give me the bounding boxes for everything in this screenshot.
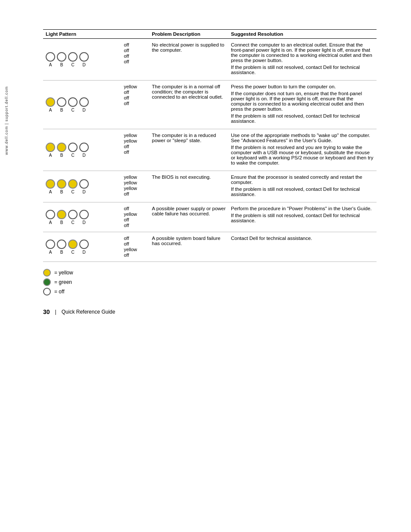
resolution-text: If the problem is still not resolved, co… <box>231 113 374 124</box>
light-label: B <box>57 220 66 225</box>
state-value: off <box>124 101 147 106</box>
light-circle-4-0 <box>46 210 55 219</box>
light-circle-2-3 <box>79 143 89 152</box>
state-value: off <box>124 59 147 65</box>
light-label: C <box>68 153 78 158</box>
state-value: yellow <box>124 212 147 217</box>
light-circle-0-3 <box>79 52 89 62</box>
table-row: ABCD yellowyellowyellowoff The BIOS is n… <box>43 171 377 202</box>
resolution-text: If the problem is still not resolved, co… <box>231 187 374 197</box>
state-value: off <box>124 191 147 197</box>
light-circle-1-2 <box>68 97 78 107</box>
legend-item: = off <box>43 288 377 296</box>
state-value: off <box>124 241 147 247</box>
legend-section: = yellow = green = off <box>43 269 377 296</box>
states-cell: offoffyellowoff <box>122 232 149 262</box>
state-value: yellow <box>124 186 147 191</box>
states-cell: offoffoffoff <box>122 39 149 81</box>
resolution-text: Press the power button to turn the compu… <box>231 84 374 89</box>
legend-label: = off <box>54 289 64 295</box>
resolution-text: Connect the computer to an electrical ou… <box>231 42 374 63</box>
light-pattern-cell: ABCD <box>43 81 122 129</box>
light-label: B <box>57 62 66 67</box>
light-circle-1-1 <box>57 97 66 107</box>
page-container: www.dell.com | support.dell.com Light Pa… <box>0 0 411 532</box>
resolution-cell: Ensure that the processor is seated corr… <box>228 171 377 202</box>
light-circle-3-0 <box>46 179 55 189</box>
light-pattern-cell: ABCD <box>43 39 122 81</box>
col-header-problem: Problem Description <box>149 30 228 39</box>
legend-circle <box>43 278 51 286</box>
state-value: yellow <box>124 247 147 252</box>
problem-cell: The computer is in a reduced power or "s… <box>149 129 228 171</box>
light-circle-4-1 <box>57 210 66 219</box>
state-value: off <box>124 149 147 155</box>
problem-cell: A possible power supply or power cable f… <box>149 202 228 232</box>
light-circle-2-1 <box>57 143 66 152</box>
light-circle-3-3 <box>79 179 89 189</box>
light-label: B <box>57 250 66 255</box>
light-label: D <box>79 250 89 255</box>
resolution-text: Contact Dell for technical assistance. <box>231 236 374 241</box>
problem-cell: The computer is in a normal off conditio… <box>149 81 228 129</box>
state-value: yellow <box>124 133 147 138</box>
light-circle-5-0 <box>46 240 55 249</box>
states-cell: yellowyellowyellowoff <box>122 171 149 202</box>
states-cell: yellowoffoffoff <box>122 81 149 129</box>
light-label: C <box>68 62 78 67</box>
light-circle-0-0 <box>46 52 55 62</box>
resolution-text: Ensure that the processor is seated corr… <box>231 174 374 185</box>
table-row: ABCD yellowyellowoffoff The computer is … <box>43 129 377 171</box>
state-value: off <box>124 90 147 95</box>
col-header-state <box>122 30 149 39</box>
light-label: A <box>46 108 55 112</box>
light-label: B <box>57 190 66 194</box>
resolution-text: Perform the procedure in "Power Problems… <box>231 206 374 211</box>
state-value: yellow <box>124 84 147 90</box>
light-label: C <box>68 190 78 194</box>
light-label: A <box>46 153 55 158</box>
resolution-text: Use one of the appropriate methods to "w… <box>231 133 374 143</box>
resolution-text: If the problem is not resolved and you a… <box>231 145 374 165</box>
legend-label: = green <box>54 279 72 285</box>
state-value: off <box>124 48 147 53</box>
light-label: B <box>57 108 66 112</box>
light-label: D <box>79 108 89 112</box>
light-label: C <box>68 108 78 112</box>
problem-desc: The BIOS is not executing. <box>152 174 211 180</box>
problem-cell: No electrical power is supplied to the c… <box>149 39 228 81</box>
light-circle-1-0 <box>46 97 55 107</box>
state-value: off <box>124 206 147 212</box>
state-value: off <box>124 42 147 48</box>
resolution-text: If the problem is still not resolved, co… <box>231 65 374 75</box>
state-value: off <box>124 252 147 258</box>
footer-divider: | <box>55 309 56 315</box>
light-circle-4-3 <box>79 210 89 219</box>
light-circle-2-0 <box>46 143 55 152</box>
resolution-text: If the problem is still not resolved, co… <box>231 213 374 223</box>
table-row: ABCD offoffyellowoff A possible system b… <box>43 232 377 262</box>
light-label: D <box>79 190 89 194</box>
legend-item: = yellow <box>43 269 377 277</box>
light-label: C <box>68 220 78 225</box>
resolution-cell: Contact Dell for technical assistance. <box>228 232 377 262</box>
footer-section: 30 | Quick Reference Guide <box>43 308 377 315</box>
state-value: off <box>124 144 147 149</box>
sidebar-text: www.dell.com | support.dell.com <box>4 86 9 155</box>
states-cell: yellowyellowoffoff <box>122 129 149 171</box>
light-circle-2-2 <box>68 143 78 152</box>
light-label: A <box>46 62 55 67</box>
light-circle-4-2 <box>68 210 78 219</box>
problem-desc: A possible system board failure has occu… <box>152 236 221 246</box>
state-value: off <box>124 53 147 59</box>
state-value: off <box>124 217 147 223</box>
light-label: D <box>79 220 89 225</box>
problem-cell: A possible system board failure has occu… <box>149 232 228 262</box>
state-value: off <box>124 95 147 101</box>
light-circle-5-1 <box>57 240 66 249</box>
legend-item: = green <box>43 278 377 286</box>
state-value: yellow <box>124 174 147 180</box>
problem-desc: No electrical power is supplied to the c… <box>152 42 224 53</box>
light-circle-5-2 <box>68 240 78 249</box>
light-pattern-cell: ABCD <box>43 232 122 262</box>
